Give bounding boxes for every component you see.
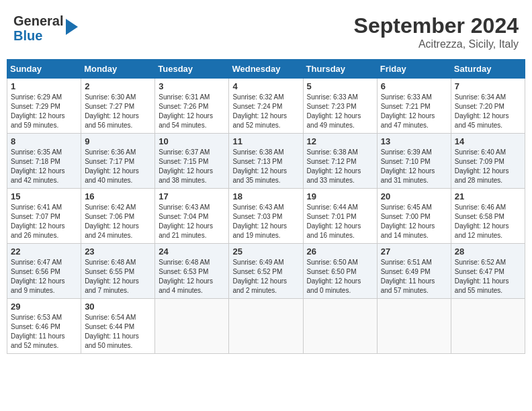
table-row xyxy=(303,299,377,354)
day-info: Sunrise: 6:44 AMSunset: 7:01 PMDaylight:… xyxy=(307,203,373,240)
day-info: Sunrise: 6:46 AMSunset: 6:58 PMDaylight:… xyxy=(455,203,521,240)
day-info: Sunrise: 6:29 AMSunset: 7:29 PMDaylight:… xyxy=(11,93,77,130)
day-number: 22 xyxy=(11,246,77,257)
logo-arrow-icon xyxy=(66,19,78,35)
day-info: Sunrise: 6:47 AMSunset: 6:56 PMDaylight:… xyxy=(11,258,77,295)
day-number: 24 xyxy=(159,246,225,257)
table-row: 16Sunrise: 6:42 AMSunset: 7:06 PMDayligh… xyxy=(81,189,155,244)
logo: General Blue xyxy=(13,13,78,43)
table-row: 18Sunrise: 6:43 AMSunset: 7:03 PMDayligh… xyxy=(229,189,303,244)
day-info: Sunrise: 6:42 AMSunset: 7:06 PMDaylight:… xyxy=(85,203,151,240)
table-row: 10Sunrise: 6:37 AMSunset: 7:15 PMDayligh… xyxy=(155,134,229,189)
day-number: 13 xyxy=(381,136,447,146)
day-number: 14 xyxy=(455,136,521,146)
day-number: 28 xyxy=(455,246,521,257)
day-info: Sunrise: 6:49 AMSunset: 6:52 PMDaylight:… xyxy=(232,258,299,295)
table-row: 1Sunrise: 6:29 AMSunset: 7:29 PMDaylight… xyxy=(7,79,81,134)
day-number: 8 xyxy=(11,136,77,146)
table-row xyxy=(377,299,451,354)
table-row: 26Sunrise: 6:50 AMSunset: 6:50 PMDayligh… xyxy=(303,244,377,299)
day-number: 23 xyxy=(85,246,151,257)
day-info: Sunrise: 6:41 AMSunset: 7:07 PMDaylight:… xyxy=(11,203,77,240)
day-number: 6 xyxy=(381,81,447,91)
day-number: 7 xyxy=(455,81,521,91)
day-info: Sunrise: 6:33 AMSunset: 7:23 PMDaylight:… xyxy=(307,93,373,130)
day-number: 1 xyxy=(11,81,77,91)
table-row: 20Sunrise: 6:45 AMSunset: 7:00 PMDayligh… xyxy=(377,189,451,244)
col-wednesday: Wednesday xyxy=(229,60,303,79)
day-number: 11 xyxy=(232,136,299,146)
day-info: Sunrise: 6:39 AMSunset: 7:10 PMDaylight:… xyxy=(381,148,447,185)
logo-blue: Blue xyxy=(13,28,42,43)
table-row: 5Sunrise: 6:33 AMSunset: 7:23 PMDaylight… xyxy=(303,79,377,134)
day-info: Sunrise: 6:36 AMSunset: 7:17 PMDaylight:… xyxy=(85,148,151,185)
day-info: Sunrise: 6:51 AMSunset: 6:49 PMDaylight:… xyxy=(381,258,447,295)
table-row: 6Sunrise: 6:33 AMSunset: 7:21 PMDaylight… xyxy=(377,79,451,134)
col-sunday: Sunday xyxy=(7,60,81,79)
table-row: 29Sunrise: 6:53 AMSunset: 6:46 PMDayligh… xyxy=(7,299,81,354)
calendar-row: 29Sunrise: 6:53 AMSunset: 6:46 PMDayligh… xyxy=(7,299,525,354)
table-row: 23Sunrise: 6:48 AMSunset: 6:55 PMDayligh… xyxy=(81,244,155,299)
day-info: Sunrise: 6:32 AMSunset: 7:24 PMDaylight:… xyxy=(232,93,299,130)
day-info: Sunrise: 6:30 AMSunset: 7:27 PMDaylight:… xyxy=(85,93,151,130)
table-row: 11Sunrise: 6:38 AMSunset: 7:13 PMDayligh… xyxy=(229,134,303,189)
calendar-header-row: Sunday Monday Tuesday Wednesday Thursday… xyxy=(7,60,525,79)
table-row: 4Sunrise: 6:32 AMSunset: 7:24 PMDaylight… xyxy=(229,79,303,134)
day-number: 25 xyxy=(232,246,299,257)
table-row xyxy=(155,299,229,354)
logo-text: General Blue xyxy=(13,13,63,43)
table-row: 8Sunrise: 6:35 AMSunset: 7:18 PMDaylight… xyxy=(7,134,81,189)
day-info: Sunrise: 6:38 AMSunset: 7:13 PMDaylight:… xyxy=(232,148,299,185)
day-info: Sunrise: 6:50 AMSunset: 6:50 PMDaylight:… xyxy=(307,258,373,295)
table-row: 13Sunrise: 6:39 AMSunset: 7:10 PMDayligh… xyxy=(377,134,451,189)
day-info: Sunrise: 6:37 AMSunset: 7:15 PMDaylight:… xyxy=(159,148,225,185)
page-header: General Blue September 2024 Acitrezza, S… xyxy=(7,7,525,54)
table-row: 3Sunrise: 6:31 AMSunset: 7:26 PMDaylight… xyxy=(155,79,229,134)
day-number: 10 xyxy=(159,136,225,146)
table-row: 2Sunrise: 6:30 AMSunset: 7:27 PMDaylight… xyxy=(81,79,155,134)
col-saturday: Saturday xyxy=(451,60,525,79)
day-info: Sunrise: 6:53 AMSunset: 6:46 PMDaylight:… xyxy=(11,313,77,351)
calendar-row: 1Sunrise: 6:29 AMSunset: 7:29 PMDaylight… xyxy=(7,79,525,134)
day-number: 19 xyxy=(307,191,373,201)
day-number: 18 xyxy=(232,191,299,201)
day-number: 9 xyxy=(85,136,151,146)
col-monday: Monday xyxy=(81,60,155,79)
calendar-row: 22Sunrise: 6:47 AMSunset: 6:56 PMDayligh… xyxy=(7,244,525,299)
day-number: 2 xyxy=(85,81,151,91)
day-info: Sunrise: 6:43 AMSunset: 7:03 PMDaylight:… xyxy=(232,203,299,240)
table-row: 15Sunrise: 6:41 AMSunset: 7:07 PMDayligh… xyxy=(7,189,81,244)
table-row: 19Sunrise: 6:44 AMSunset: 7:01 PMDayligh… xyxy=(303,189,377,244)
day-number: 3 xyxy=(159,81,225,91)
calendar-row: 15Sunrise: 6:41 AMSunset: 7:07 PMDayligh… xyxy=(7,189,525,244)
day-number: 29 xyxy=(11,302,77,312)
day-info: Sunrise: 6:48 AMSunset: 6:53 PMDaylight:… xyxy=(159,258,225,295)
location: Acitrezza, Sicily, Italy xyxy=(354,38,519,50)
table-row: 14Sunrise: 6:40 AMSunset: 7:09 PMDayligh… xyxy=(451,134,525,189)
day-info: Sunrise: 6:40 AMSunset: 7:09 PMDaylight:… xyxy=(455,148,521,185)
table-row: 7Sunrise: 6:34 AMSunset: 7:20 PMDaylight… xyxy=(451,79,525,134)
day-number: 26 xyxy=(307,246,373,257)
col-friday: Friday xyxy=(377,60,451,79)
table-row: 28Sunrise: 6:52 AMSunset: 6:47 PMDayligh… xyxy=(451,244,525,299)
day-info: Sunrise: 6:34 AMSunset: 7:20 PMDaylight:… xyxy=(455,93,521,130)
table-row xyxy=(229,299,303,354)
day-info: Sunrise: 6:38 AMSunset: 7:12 PMDaylight:… xyxy=(307,148,373,185)
table-row: 25Sunrise: 6:49 AMSunset: 6:52 PMDayligh… xyxy=(229,244,303,299)
day-number: 12 xyxy=(307,136,373,146)
table-row: 30Sunrise: 6:54 AMSunset: 6:44 PMDayligh… xyxy=(81,299,155,354)
day-number: 16 xyxy=(85,191,151,201)
calendar-table: Sunday Monday Tuesday Wednesday Thursday… xyxy=(7,59,525,354)
table-row: 12Sunrise: 6:38 AMSunset: 7:12 PMDayligh… xyxy=(303,134,377,189)
table-row: 21Sunrise: 6:46 AMSunset: 6:58 PMDayligh… xyxy=(451,189,525,244)
logo-general: General xyxy=(13,13,63,28)
month-title: September 2024 xyxy=(354,13,519,38)
day-info: Sunrise: 6:33 AMSunset: 7:21 PMDaylight:… xyxy=(381,93,447,130)
day-number: 17 xyxy=(159,191,225,201)
table-row: 24Sunrise: 6:48 AMSunset: 6:53 PMDayligh… xyxy=(155,244,229,299)
day-number: 4 xyxy=(232,81,299,91)
day-number: 15 xyxy=(11,191,77,201)
col-tuesday: Tuesday xyxy=(155,60,229,79)
day-info: Sunrise: 6:43 AMSunset: 7:04 PMDaylight:… xyxy=(159,203,225,240)
title-area: September 2024 Acitrezza, Sicily, Italy xyxy=(354,13,519,50)
